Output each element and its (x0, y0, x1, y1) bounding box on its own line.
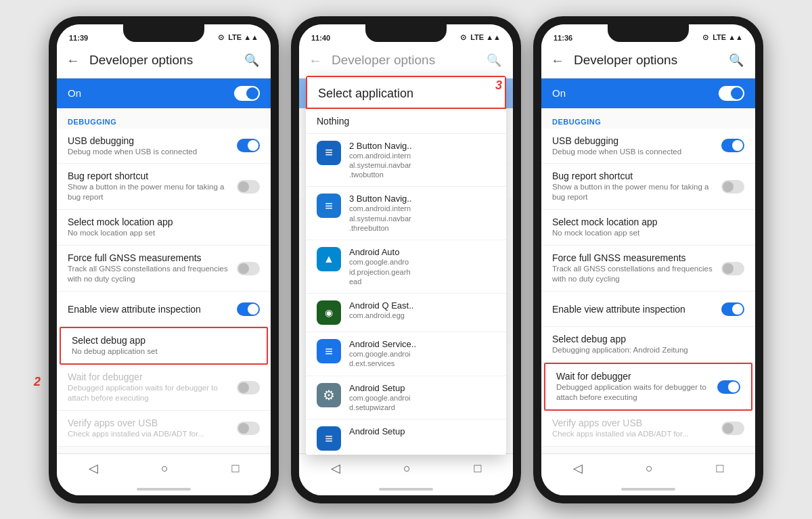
bottom-bar-3 (541, 483, 755, 495)
usb-debugging-3[interactable]: USB debuggingDebug mode when USB is conn… (541, 129, 755, 164)
mock-location-3[interactable]: Select mock location appNo mock location… (541, 210, 755, 246)
gnss-1[interactable]: Force full GNSS measurementsTrack all GN… (57, 246, 271, 292)
app-item-2[interactable]: ▲ Android Autocom.google.android.project… (306, 240, 506, 294)
app-item-3[interactable]: ◉ Android Q East..com.android.egg (306, 294, 506, 332)
time-3: 11:36 (554, 34, 572, 42)
wait-debugger-1: Wait for debuggerDebugged application wa… (57, 365, 271, 411)
step-3-label: 3 (495, 78, 502, 93)
verify-toggle-3 (721, 422, 744, 435)
app-item-0[interactable]: ≡ 2 Button Navig..com.android.internal.s… (306, 134, 506, 187)
usb-debugging-1[interactable]: USB debuggingDebug mode when USB is conn… (57, 129, 271, 164)
select-debug-app-1[interactable]: Select debug appNo debug application set (60, 327, 268, 365)
select-debug-app-3[interactable]: Select debug appDebugging application: A… (541, 327, 755, 363)
select-dialog[interactable]: Select application Nothing ≡ 2 Button Na… (306, 76, 506, 455)
time-1: 11:39 (69, 34, 88, 42)
status-icons-2: ⊙ LTE ▲▲ (460, 33, 501, 42)
bottom-nav-3: ◁ ○ □ (541, 453, 755, 483)
phone-3-wrapper: 11:36 ⊙ LTE ▲▲ ← Developer options 🔍 On … (533, 16, 763, 503)
settings-3: DEBUGGING USB debuggingDebug mode when U… (541, 108, 755, 453)
toolbar-3: ← Developer options 🔍 (541, 43, 755, 78)
page-title-2: Developer options (329, 53, 480, 68)
back-button-3[interactable]: ← (544, 47, 571, 74)
nav-recents-2[interactable]: □ (463, 456, 492, 481)
notch-3 (608, 24, 689, 42)
app-icon-4: ≡ (317, 339, 341, 363)
nav-home-2[interactable]: ○ (392, 456, 422, 481)
dialog-title: Select application (318, 87, 494, 101)
app-icon-5: ⚙ (317, 383, 341, 407)
phone-1: 11:39 ⊙ LTE ▲▲ ← Developer options 🔍 On … (49, 16, 279, 503)
app-item-5[interactable]: ⚙ Android Setupcom.google.android.setupw… (306, 376, 506, 420)
on-toggle-1[interactable] (234, 86, 260, 101)
page-title-3: Developer options (571, 53, 723, 68)
app-icon-1: ≡ (317, 194, 341, 218)
view-attr-1[interactable]: Enable view attribute inspection (57, 292, 271, 327)
nav-recents-3[interactable]: □ (705, 456, 734, 481)
gnss-toggle-3[interactable] (721, 262, 744, 275)
nav-home-3[interactable]: ○ (635, 456, 664, 481)
nav-back-1[interactable]: ◁ (78, 455, 109, 481)
section-debugging-1: DEBUGGING (57, 108, 271, 129)
phone-2-screen: 11:40 ⊙ LTE ▲▲ ← Developer options 🔍 On … (299, 24, 513, 495)
status-icons-1: ⊙ LTE ▲▲ (218, 33, 258, 42)
on-label-1: On (68, 87, 234, 99)
nav-recents-1[interactable]: □ (221, 456, 250, 481)
verify-toggle-1 (237, 422, 260, 435)
nav-back-3[interactable]: ◁ (562, 455, 593, 481)
bottom-nav-1: ◁ ○ □ (57, 453, 271, 483)
view-attr-3[interactable]: Enable view attribute inspection (541, 292, 755, 327)
app-icon-3: ◉ (317, 300, 341, 325)
toolbar-1: ← Developer options 🔍 (57, 43, 271, 78)
verify-apps-3: Verify apps over USBCheck apps installed… (541, 411, 755, 447)
search-button-3[interactable]: 🔍 (723, 47, 750, 74)
time-2: 11:40 (311, 34, 330, 42)
bug-toggle-3[interactable] (721, 180, 744, 194)
app-item-4[interactable]: ≡ Android Service..com.google.android.ex… (306, 332, 506, 376)
status-icons-3: ⊙ LTE ▲▲ (702, 33, 743, 42)
gnss-toggle-1[interactable] (237, 262, 260, 275)
app-item-6[interactable]: ≡ Android Setup (306, 420, 506, 454)
bottom-bar-2 (299, 483, 513, 495)
usb-toggle-3[interactable] (721, 139, 744, 152)
gnss-3[interactable]: Force full GNSS measurementsTrack all GN… (541, 246, 755, 292)
bug-report-1[interactable]: Bug report shortcutShow a button in the … (57, 164, 271, 210)
dialog-header: Select application (306, 76, 506, 109)
phone-3: 11:36 ⊙ LTE ▲▲ ← Developer options 🔍 On … (533, 16, 763, 503)
search-button-2: 🔍 (480, 47, 508, 74)
phone-2-wrapper: 11:40 ⊙ LTE ▲▲ ← Developer options 🔍 On … (291, 16, 521, 503)
bug-report-3[interactable]: Bug report shortcutShow a button in the … (541, 164, 755, 210)
back-button-2: ← (302, 47, 329, 74)
nav-home-1[interactable]: ○ (150, 456, 179, 481)
usb-toggle-1[interactable] (237, 139, 260, 152)
on-bar-1: On (57, 78, 271, 108)
app-icon-2: ▲ (317, 247, 341, 271)
settings-1: DEBUGGING USB debuggingDebug mode when U… (57, 108, 271, 453)
wait-debugger-3[interactable]: Wait for debuggerDebugged application wa… (544, 363, 752, 411)
phone-2: 11:40 ⊙ LTE ▲▲ ← Developer options 🔍 On … (291, 16, 521, 503)
view-toggle-1[interactable] (237, 302, 260, 316)
dialog-nothing[interactable]: Nothing (306, 109, 506, 134)
verify-apps-1: Verify apps over USBCheck apps installed… (57, 411, 271, 447)
notch-1 (123, 24, 204, 42)
on-label-3: On (552, 87, 719, 99)
back-button-1[interactable]: ← (60, 47, 87, 74)
wait-toggle-3[interactable] (717, 380, 740, 394)
nav-back-2[interactable]: ◁ (320, 455, 351, 481)
app-icon-0: ≡ (317, 141, 341, 165)
section-debugging-3: DEBUGGING (541, 108, 755, 129)
toolbar-2: ← Developer options 🔍 (299, 43, 513, 78)
phone-1-wrapper: 2 11:39 ⊙ LTE ▲▲ ← Developer options 🔍 O… (49, 16, 279, 503)
phone-1-screen: 11:39 ⊙ LTE ▲▲ ← Developer options 🔍 On … (57, 24, 271, 495)
on-bar-3: On (541, 78, 755, 108)
notch-2 (365, 24, 447, 42)
on-toggle-3[interactable] (719, 86, 744, 101)
app-icon-6: ≡ (317, 426, 341, 451)
step-2-label: 2 (34, 374, 41, 388)
app-item-1[interactable]: ≡ 3 Button Navig..com.android.internal.s… (306, 187, 506, 240)
page-title-1: Developer options (87, 53, 238, 68)
bug-toggle-1[interactable] (237, 180, 260, 194)
view-toggle-3[interactable] (721, 302, 744, 316)
bottom-nav-2: ◁ ○ □ (299, 453, 513, 483)
mock-location-1[interactable]: Select mock location appNo mock location… (57, 210, 271, 246)
search-button-1[interactable]: 🔍 (238, 47, 265, 74)
